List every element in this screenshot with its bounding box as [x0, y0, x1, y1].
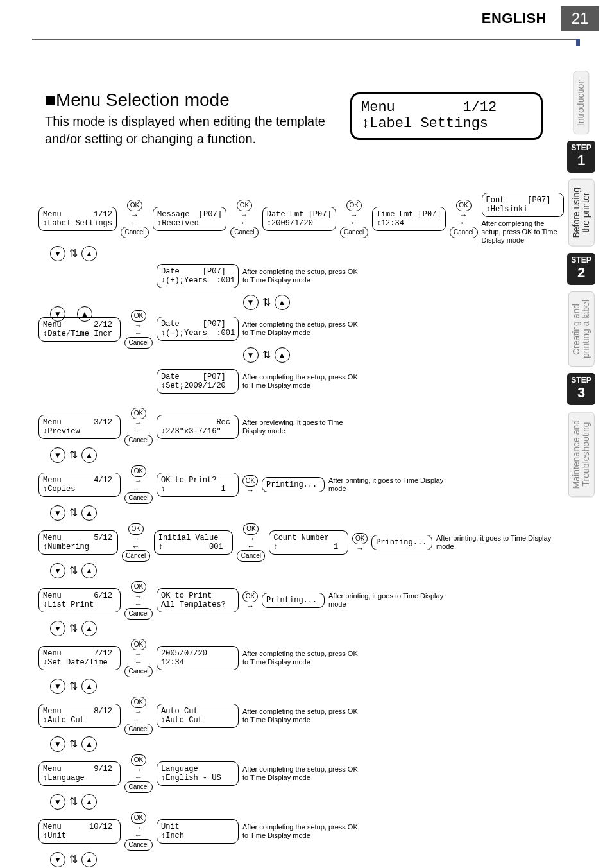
ok-button[interactable]: OK — [131, 581, 146, 593]
ok-button[interactable]: OK — [242, 475, 258, 487]
lcd-menu-1: Menu 1/12 ↕Label Settings — [38, 207, 117, 231]
up-button[interactable]: ▲ — [81, 563, 97, 578]
arrow-left-icon: ← — [130, 219, 139, 227]
tab-before-using[interactable]: Before using the printer — [568, 179, 595, 247]
up-button[interactable]: ▲ — [275, 347, 290, 363]
ok-button[interactable]: OK — [352, 533, 368, 544]
updown-icon: ⇅ — [262, 297, 271, 308]
down-button[interactable]: ▼ — [50, 621, 65, 636]
ok-button[interactable]: OK — [131, 639, 146, 650]
lcd-time-fmt: Time Fmt [P07] ↕12:34 — [372, 207, 446, 231]
down-button[interactable]: ▼ — [50, 736, 65, 752]
up-button[interactable]: ▲ — [81, 736, 97, 752]
ok-button[interactable]: OK — [346, 200, 362, 211]
arrow-right-icon: → — [355, 544, 364, 552]
note-text: After completing the setup, press OK to … — [242, 707, 358, 724]
cancel-button[interactable]: Cancel — [124, 337, 153, 349]
arrow-right-icon: → — [246, 602, 255, 610]
updown-icon: ⇅ — [69, 855, 78, 865]
arrow-left-icon: ← — [246, 542, 255, 550]
ok-button[interactable]: OK — [131, 754, 146, 766]
cancel-button[interactable]: Cancel — [124, 492, 153, 504]
menu-5-row: Menu 5/12 ↕Numbering OK → ← Cancel Initi… — [38, 523, 552, 562]
tab-creating-label[interactable]: Creating and printing a label — [568, 291, 595, 367]
ok-button[interactable]: OK — [243, 523, 259, 535]
down-button[interactable]: ▼ — [50, 679, 65, 694]
page-number: 21 — [561, 6, 599, 31]
up-button[interactable]: ▲ — [81, 505, 97, 521]
up-button[interactable]: ▲ — [81, 679, 97, 694]
ok-button[interactable]: OK — [237, 200, 252, 211]
down-button[interactable]: ▼ — [50, 563, 65, 578]
down-button[interactable]: ▼ — [50, 505, 65, 521]
down-button[interactable]: ▼ — [50, 852, 65, 867]
updown-icon: ⇅ — [69, 681, 78, 691]
ok-button[interactable]: OK — [456, 200, 472, 211]
menu-flow-diagram: Menu 1/12 ↕Label Settings OK → ← Cancel … — [38, 193, 552, 868]
arrow-right-icon: → — [130, 211, 139, 219]
up-button[interactable]: ▲ — [81, 447, 97, 463]
menu-8-row: Menu 8/12 ↕Auto Cut OK → ← Cancel Auto C… — [38, 697, 552, 735]
lcd-message: Message [P07] ↕Received — [153, 207, 226, 231]
note-print: After printing, it goes to Time Display … — [436, 534, 552, 551]
lcd-auto-cut: Auto Cut ↕Auto Cut — [157, 704, 239, 728]
arrow-left-icon: ← — [134, 485, 143, 492]
ok-button[interactable]: OK — [131, 408, 146, 419]
nav-cluster: ▼ ⇅ ▲ — [38, 246, 552, 261]
ok-button[interactable]: OK — [131, 697, 146, 708]
up-button[interactable]: ▲ — [81, 852, 97, 867]
cancel-button[interactable]: Cancel — [124, 839, 153, 851]
arrow-left-icon: ← — [134, 774, 143, 781]
cancel-button[interactable]: Cancel — [124, 435, 153, 446]
header-rule-accent — [576, 39, 580, 46]
up-button[interactable]: ▲ — [81, 246, 97, 261]
cancel-button[interactable]: Cancel — [237, 550, 265, 562]
cancel-button[interactable]: Cancel — [122, 550, 150, 562]
ok-button[interactable]: OK — [242, 591, 258, 602]
lcd-unit: Unit ↕Inch — [157, 819, 239, 844]
ok-button[interactable]: OK — [131, 465, 146, 477]
cancel-button[interactable]: Cancel — [124, 608, 153, 620]
note-print: After printing, it goes to Time Display … — [328, 476, 444, 493]
ok-button[interactable]: OK — [131, 310, 146, 322]
note-text: After completing the setup, press OK to … — [242, 268, 358, 284]
step-2-badge: STEP 2 — [567, 253, 595, 285]
cancel-button[interactable]: Cancel — [230, 227, 259, 238]
arrow-left-icon: ← — [134, 427, 143, 435]
ok-button[interactable]: OK — [131, 812, 146, 824]
up-button[interactable]: ▲ — [77, 306, 92, 322]
lcd-printing: Printing... — [262, 593, 325, 608]
cancel-button[interactable]: Cancel — [124, 781, 153, 793]
cancel-button[interactable]: Cancel — [124, 666, 153, 677]
cancel-button[interactable]: Cancel — [121, 227, 149, 238]
down-button[interactable]: ▼ — [50, 447, 65, 463]
lcd-date-fmt: Date Fmt [P07] ↕2009/1/20 — [262, 207, 336, 231]
updown-icon: ⇅ — [262, 350, 271, 360]
down-button[interactable]: ▼ — [50, 306, 65, 322]
tab-introduction[interactable]: Introduction — [573, 71, 589, 134]
menu-3-row: Menu 3/12 ↕Preview OK → ← Cancel Rec ↕2/… — [38, 408, 552, 446]
up-button[interactable]: ▲ — [81, 794, 97, 810]
down-button[interactable]: ▼ — [243, 295, 259, 310]
menu-4-row: Menu 4/12 ↕Copies OK → ← Cancel OK to Pr… — [38, 465, 552, 504]
ok-button[interactable]: OK — [128, 523, 144, 535]
ok-button[interactable]: OK — [127, 200, 142, 211]
lcd-font: Font [P07] ↕Helsinki — [482, 193, 564, 217]
tab-maintenance[interactable]: Maintenance and Troubleshooting — [568, 412, 595, 497]
menu-7-row: Menu 7/12 ↕Set Date/Time OK → ← Cancel 2… — [38, 639, 552, 677]
cancel-button[interactable]: Cancel — [450, 227, 478, 238]
down-button[interactable]: ▼ — [243, 347, 259, 363]
lcd-printing: Printing... — [262, 477, 325, 492]
note-text: After completing the setup, press OK to … — [242, 650, 358, 666]
arrow-left-icon: ← — [134, 658, 143, 666]
cancel-button[interactable]: Cancel — [340, 227, 368, 238]
up-button[interactable]: ▲ — [275, 295, 290, 310]
down-button[interactable]: ▼ — [50, 794, 65, 810]
arrow-left-icon: ← — [350, 219, 359, 227]
cancel-button[interactable]: Cancel — [124, 724, 153, 735]
updown-icon: ⇅ — [69, 566, 78, 576]
up-button[interactable]: ▲ — [81, 621, 97, 636]
lcd-date-minus: Date [P07] ↕(-);Years :001 — [157, 317, 239, 341]
updown-icon: ⇅ — [69, 623, 78, 634]
down-button[interactable]: ▼ — [50, 246, 65, 261]
